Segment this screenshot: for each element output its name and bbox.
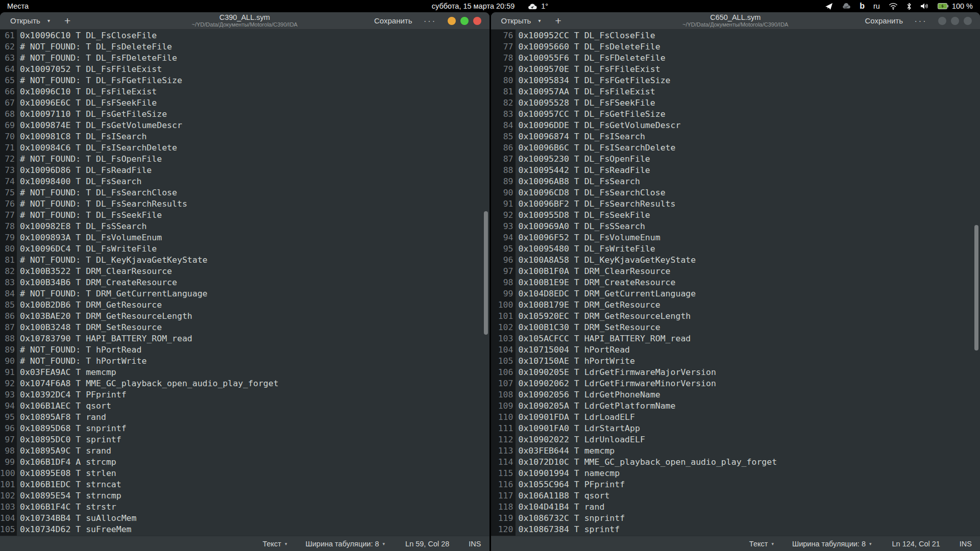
line-number: 99 — [491, 288, 513, 299]
line-number: 114 — [491, 457, 513, 468]
line-number: 64 — [0, 64, 15, 75]
line-number: 94 — [0, 400, 15, 412]
code-line: 0x10895A9C T srand — [20, 445, 489, 457]
tab-width-dropdown[interactable]: Ширина табуляции: 8 ▾ — [783, 540, 881, 548]
code-line: 0x1009570E T DL_FsFFileExist — [519, 64, 980, 75]
minimize-button[interactable] — [448, 17, 456, 25]
minimize-button[interactable] — [938, 17, 946, 25]
code-line: 0x100B3248 T DRM_SetResource — [20, 322, 489, 333]
insert-mode-indicator[interactable]: INS — [460, 540, 489, 548]
maximize-button[interactable] — [951, 17, 959, 25]
workspace: Открыть ▾ + C390_ALL.sym ~/YD/Data/Докум… — [0, 12, 980, 551]
new-tab-button[interactable]: + — [555, 16, 561, 26]
line-number: 96 — [0, 423, 15, 434]
code-line: 0x100B34B6 T DRM_CreateResource — [20, 277, 489, 288]
code-line: 0x10097110 T DL_FsGetFileSize — [20, 109, 489, 120]
keyboard-layout-indicator[interactable]: ru — [873, 2, 880, 10]
menu-button[interactable]: ··· — [914, 18, 927, 23]
open-button[interactable]: Открыть — [501, 16, 531, 25]
code-line: 0x1090205E T LdrGetFirmwareMajorVersion — [519, 367, 980, 378]
code-line: 0x100984C6 T DL_FsISearchDelete — [20, 142, 489, 154]
clock-widget[interactable]: суббота, 15 марта 20:59 1° — [432, 0, 548, 12]
window-header[interactable]: Открыть ▾ + C390_ALL.sym ~/YD/Data/Докум… — [0, 12, 489, 30]
line-number: 104 — [491, 344, 513, 356]
cursor-position-button[interactable]: Ln 124, Col 21 — [881, 540, 951, 548]
line-number: 108 — [491, 389, 513, 400]
code-line: 0x10096DC4 T DL_FsWriteFile — [20, 243, 489, 255]
close-button[interactable] — [964, 17, 972, 25]
places-menu[interactable]: Места — [7, 2, 29, 10]
menu-button[interactable]: ··· — [424, 18, 436, 23]
code-line: 0x10895E08 T strlen — [20, 468, 489, 479]
line-number: 61 — [0, 30, 15, 41]
line-number: 92 — [0, 378, 15, 389]
telegram-icon[interactable] — [825, 0, 833, 12]
code-line: # NOT_FOUND: T DL_KeyKjavaGetKeyState — [20, 255, 489, 266]
code-line: 0x10895AF8 T rand — [20, 412, 489, 423]
code-line: 0x106B1F4C T strstr — [20, 502, 489, 513]
text-editor-area[interactable]: 6162636465666768697071727374757677787980… — [0, 30, 489, 536]
code-line: # NOT_FOUND: T DL_FsSeekFile — [20, 210, 489, 221]
line-number: 82 — [491, 97, 513, 109]
text-editor-area[interactable]: 7677787980818283848586878889909192939495… — [491, 30, 980, 536]
line-number: 87 — [0, 322, 15, 333]
code-line: 0x104D41B4 T rand — [519, 502, 980, 513]
places-label: Места — [7, 2, 29, 10]
line-number: 115 — [491, 468, 513, 479]
code-line: 0x105920EC T DRM_GetResourceLength — [519, 311, 980, 322]
code-line: # NOT_FOUND: T DRM_GetCurrentLanguage — [20, 288, 489, 299]
code-line: 0x1090205A T LdrGetPlatformName — [519, 400, 980, 412]
new-tab-button[interactable]: + — [64, 16, 70, 26]
line-number: 113 — [491, 445, 513, 457]
line-number: 76 — [491, 30, 513, 41]
line-number: 71 — [0, 142, 15, 154]
insert-mode-indicator[interactable]: INS — [951, 540, 980, 548]
line-number: 78 — [491, 53, 513, 64]
line-number: 83 — [0, 277, 15, 288]
window-title-block: C390_ALL.sym ~/YD/Data/Документы/Motorol… — [98, 13, 391, 28]
doc-type-dropdown[interactable]: Текст ▾ — [740, 540, 783, 548]
code-line: 0x100A8A58 T DL_KeyKjavaGetKeyState — [519, 255, 980, 266]
window-title-block: C650_ALL.sym ~/YD/Data/Документы/Motorol… — [589, 13, 882, 28]
tab-width-dropdown[interactable]: Ширина табуляции: 8 ▾ — [296, 540, 394, 548]
line-number: 68 — [0, 109, 15, 120]
tab-width-label: Ширина табуляции: 8 — [792, 540, 866, 548]
battery-widget[interactable]: 100 % — [938, 0, 973, 12]
line-number: 117 — [491, 490, 513, 502]
line-number: 78 — [0, 221, 15, 232]
code-line: # NOT_FOUND: T DL_FsFDeleteFile — [20, 53, 489, 64]
code-line: 0x1055C964 T PFprintf — [519, 479, 980, 490]
maximize-button[interactable] — [460, 17, 469, 25]
cursor-position-button[interactable]: Ln 59, Col 28 — [394, 540, 460, 548]
cloud-app-icon[interactable] — [842, 0, 851, 12]
browser-b-icon[interactable]: b — [860, 0, 865, 12]
doc-type-label: Текст — [749, 540, 768, 548]
vertical-scrollbar-thumb[interactable] — [484, 211, 488, 335]
wifi-icon[interactable] — [889, 0, 898, 12]
bluetooth-icon[interactable] — [906, 0, 912, 12]
open-button[interactable]: Открыть — [10, 16, 40, 25]
doc-type-dropdown[interactable]: Текст ▾ — [253, 540, 296, 548]
volume-icon[interactable] — [920, 0, 929, 12]
code-line: 0x100955F6 T DL_FsFDeleteFile — [519, 53, 980, 64]
line-number: 91 — [491, 198, 513, 210]
code-line: 0x10095442 T DL_FsReadFile — [519, 165, 980, 176]
line-number: 103 — [491, 333, 513, 344]
code-line: 0x10734D62 T suFreeMem — [20, 524, 489, 535]
line-number: 81 — [491, 86, 513, 97]
open-dropdown-caret-icon[interactable]: ▾ — [47, 18, 50, 23]
code-line: 0x10096AB8 T DL_FsSearch — [519, 176, 980, 187]
open-dropdown-caret-icon[interactable]: ▾ — [538, 18, 541, 23]
code-line: 0x100957CC T DL_FsGetFileSize — [519, 109, 980, 120]
status-bar: Текст ▾ Ширина табуляции: 8 ▾ Ln 59, Col… — [0, 536, 489, 551]
code-line: 0x100982E8 T DL_FsSSearch — [20, 221, 489, 232]
vertical-scrollbar-thumb[interactable] — [974, 225, 978, 350]
line-number: 119 — [491, 513, 513, 524]
code-line: 0x106A11B8 T qsort — [519, 490, 980, 502]
code-line: 0x10895E54 T strncmp — [20, 490, 489, 502]
line-number: 102 — [0, 490, 15, 502]
window-header[interactable]: Открыть ▾ + C650_ALL.sym ~/YD/Data/Докум… — [491, 12, 980, 30]
weather-widget: 1° — [528, 0, 548, 12]
close-button[interactable] — [473, 17, 481, 25]
line-number: 82 — [0, 266, 15, 277]
